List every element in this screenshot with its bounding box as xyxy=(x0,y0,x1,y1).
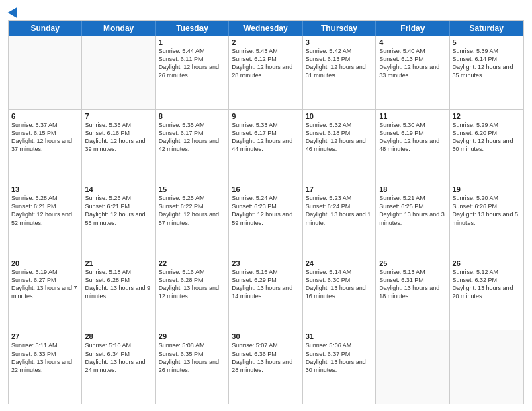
cell-info: Sunrise: 5:07 AM Sunset: 6:36 PM Dayligh… xyxy=(232,342,292,373)
calendar-cell-24: 24Sunrise: 5:14 AM Sunset: 6:30 PM Dayli… xyxy=(303,257,376,330)
calendar-cell-18: 18Sunrise: 5:21 AM Sunset: 6:25 PM Dayli… xyxy=(376,183,449,257)
header xyxy=(8,7,524,16)
day-number: 1 xyxy=(159,38,226,46)
day-number: 9 xyxy=(232,112,299,120)
day-number: 10 xyxy=(306,112,373,120)
day-number: 11 xyxy=(379,112,446,120)
cell-info: Sunrise: 5:21 AM Sunset: 6:25 PM Dayligh… xyxy=(379,195,445,226)
day-number: 12 xyxy=(453,112,521,120)
cell-info: Sunrise: 5:39 AM Sunset: 6:14 PM Dayligh… xyxy=(453,48,513,79)
cell-info: Sunrise: 5:14 AM Sunset: 6:30 PM Dayligh… xyxy=(306,269,366,300)
calendar-cell-6: 6Sunrise: 5:37 AM Sunset: 6:15 PM Daylig… xyxy=(9,110,82,183)
calendar-row-3: 13Sunrise: 5:28 AM Sunset: 6:21 PM Dayli… xyxy=(9,183,523,257)
cell-info: Sunrise: 5:20 AM Sunset: 6:26 PM Dayligh… xyxy=(453,195,519,226)
calendar-cell-5: 5Sunrise: 5:39 AM Sunset: 6:14 PM Daylig… xyxy=(450,36,523,109)
calendar-cell-30: 30Sunrise: 5:07 AM Sunset: 6:36 PM Dayli… xyxy=(229,330,302,404)
cell-info: Sunrise: 5:18 AM Sunset: 6:28 PM Dayligh… xyxy=(85,269,150,300)
calendar-cell-22: 22Sunrise: 5:16 AM Sunset: 6:28 PM Dayli… xyxy=(156,257,229,330)
cell-info: Sunrise: 5:32 AM Sunset: 6:18 PM Dayligh… xyxy=(306,122,366,152)
weekday-header-friday: Friday xyxy=(376,21,449,36)
cell-info: Sunrise: 5:29 AM Sunset: 6:20 PM Dayligh… xyxy=(453,122,513,152)
calendar-cell-empty xyxy=(376,330,449,404)
cell-info: Sunrise: 5:37 AM Sunset: 6:15 PM Dayligh… xyxy=(11,122,72,152)
calendar-cell-15: 15Sunrise: 5:25 AM Sunset: 6:22 PM Dayli… xyxy=(156,183,229,257)
weekday-header-monday: Monday xyxy=(82,21,155,36)
day-number: 26 xyxy=(453,259,521,267)
cell-info: Sunrise: 5:13 AM Sunset: 6:31 PM Dayligh… xyxy=(379,269,439,300)
calendar-cell-11: 11Sunrise: 5:30 AM Sunset: 6:19 PM Dayli… xyxy=(376,110,449,183)
calendar-body: 1Sunrise: 5:44 AM Sunset: 6:11 PM Daylig… xyxy=(9,36,523,404)
day-number: 20 xyxy=(11,259,79,267)
calendar-cell-3: 3Sunrise: 5:42 AM Sunset: 6:13 PM Daylig… xyxy=(303,36,376,109)
day-number: 15 xyxy=(159,185,226,193)
day-number: 25 xyxy=(379,259,446,267)
day-number: 24 xyxy=(306,259,373,267)
calendar-cell-7: 7Sunrise: 5:36 AM Sunset: 6:16 PM Daylig… xyxy=(82,110,155,183)
day-number: 23 xyxy=(232,259,299,267)
weekday-header-thursday: Thursday xyxy=(303,21,376,36)
day-number: 6 xyxy=(11,112,79,120)
day-number: 28 xyxy=(85,332,152,340)
cell-info: Sunrise: 5:25 AM Sunset: 6:22 PM Dayligh… xyxy=(159,195,219,226)
calendar-cell-10: 10Sunrise: 5:32 AM Sunset: 6:18 PM Dayli… xyxy=(303,110,376,183)
day-number: 7 xyxy=(85,112,152,120)
day-number: 3 xyxy=(306,38,373,46)
calendar-cell-empty xyxy=(82,36,155,109)
day-number: 21 xyxy=(85,259,152,267)
calendar-cell-16: 16Sunrise: 5:24 AM Sunset: 6:23 PM Dayli… xyxy=(229,183,302,257)
cell-info: Sunrise: 5:19 AM Sunset: 6:27 PM Dayligh… xyxy=(11,269,77,300)
day-number: 19 xyxy=(453,185,521,193)
day-number: 8 xyxy=(159,112,226,120)
calendar-cell-empty xyxy=(9,36,82,109)
calendar-row-5: 27Sunrise: 5:11 AM Sunset: 6:33 PM Dayli… xyxy=(9,330,523,404)
day-number: 22 xyxy=(159,259,226,267)
cell-info: Sunrise: 5:15 AM Sunset: 6:29 PM Dayligh… xyxy=(232,269,292,300)
calendar-cell-26: 26Sunrise: 5:12 AM Sunset: 6:32 PM Dayli… xyxy=(450,257,523,330)
cell-info: Sunrise: 5:30 AM Sunset: 6:19 PM Dayligh… xyxy=(379,122,439,152)
calendar-cell-4: 4Sunrise: 5:40 AM Sunset: 6:13 PM Daylig… xyxy=(376,36,449,109)
calendar-cell-12: 12Sunrise: 5:29 AM Sunset: 6:20 PM Dayli… xyxy=(450,110,523,183)
cell-info: Sunrise: 5:35 AM Sunset: 6:17 PM Dayligh… xyxy=(159,122,219,152)
calendar-cell-17: 17Sunrise: 5:23 AM Sunset: 6:24 PM Dayli… xyxy=(303,183,376,257)
calendar-cell-8: 8Sunrise: 5:35 AM Sunset: 6:17 PM Daylig… xyxy=(156,110,229,183)
cell-info: Sunrise: 5:10 AM Sunset: 6:34 PM Dayligh… xyxy=(85,342,145,373)
day-number: 4 xyxy=(379,38,446,46)
cell-info: Sunrise: 5:42 AM Sunset: 6:13 PM Dayligh… xyxy=(306,48,366,79)
cell-info: Sunrise: 5:36 AM Sunset: 6:16 PM Dayligh… xyxy=(85,122,145,152)
logo-triangle-icon xyxy=(8,5,22,18)
logo xyxy=(8,7,20,16)
cell-info: Sunrise: 5:11 AM Sunset: 6:33 PM Dayligh… xyxy=(11,342,72,373)
day-number: 30 xyxy=(232,332,299,340)
day-number: 31 xyxy=(306,332,373,340)
calendar-row-1: 1Sunrise: 5:44 AM Sunset: 6:11 PM Daylig… xyxy=(9,36,523,109)
day-number: 16 xyxy=(232,185,299,193)
calendar-cell-empty xyxy=(450,330,523,404)
cell-info: Sunrise: 5:06 AM Sunset: 6:37 PM Dayligh… xyxy=(306,342,366,373)
calendar-cell-31: 31Sunrise: 5:06 AM Sunset: 6:37 PM Dayli… xyxy=(303,330,376,404)
day-number: 18 xyxy=(379,185,446,193)
cell-info: Sunrise: 5:16 AM Sunset: 6:28 PM Dayligh… xyxy=(159,269,219,300)
day-number: 5 xyxy=(453,38,521,46)
page: SundayMondayTuesdayWednesdayThursdayFrid… xyxy=(0,0,532,411)
day-number: 17 xyxy=(306,185,373,193)
cell-info: Sunrise: 5:08 AM Sunset: 6:35 PM Dayligh… xyxy=(159,342,219,373)
weekday-header-tuesday: Tuesday xyxy=(156,21,229,36)
calendar-row-4: 20Sunrise: 5:19 AM Sunset: 6:27 PM Dayli… xyxy=(9,257,523,330)
day-number: 14 xyxy=(85,185,152,193)
calendar-cell-28: 28Sunrise: 5:10 AM Sunset: 6:34 PM Dayli… xyxy=(82,330,155,404)
calendar-cell-23: 23Sunrise: 5:15 AM Sunset: 6:29 PM Dayli… xyxy=(229,257,302,330)
cell-info: Sunrise: 5:23 AM Sunset: 6:24 PM Dayligh… xyxy=(306,195,371,226)
cell-info: Sunrise: 5:33 AM Sunset: 6:17 PM Dayligh… xyxy=(232,122,292,152)
calendar-cell-13: 13Sunrise: 5:28 AM Sunset: 6:21 PM Dayli… xyxy=(9,183,82,257)
calendar-row-2: 6Sunrise: 5:37 AM Sunset: 6:15 PM Daylig… xyxy=(9,109,523,183)
cell-info: Sunrise: 5:12 AM Sunset: 6:32 PM Dayligh… xyxy=(453,269,513,300)
cell-info: Sunrise: 5:24 AM Sunset: 6:23 PM Dayligh… xyxy=(232,195,292,226)
calendar-cell-19: 19Sunrise: 5:20 AM Sunset: 6:26 PM Dayli… xyxy=(450,183,523,257)
day-number: 2 xyxy=(232,38,299,46)
calendar-cell-14: 14Sunrise: 5:26 AM Sunset: 6:21 PM Dayli… xyxy=(82,183,155,257)
day-number: 27 xyxy=(11,332,79,340)
cell-info: Sunrise: 5:40 AM Sunset: 6:13 PM Dayligh… xyxy=(379,48,439,79)
calendar-cell-2: 2Sunrise: 5:43 AM Sunset: 6:12 PM Daylig… xyxy=(229,36,302,109)
cell-info: Sunrise: 5:43 AM Sunset: 6:12 PM Dayligh… xyxy=(232,48,292,79)
calendar-cell-9: 9Sunrise: 5:33 AM Sunset: 6:17 PM Daylig… xyxy=(229,110,302,183)
